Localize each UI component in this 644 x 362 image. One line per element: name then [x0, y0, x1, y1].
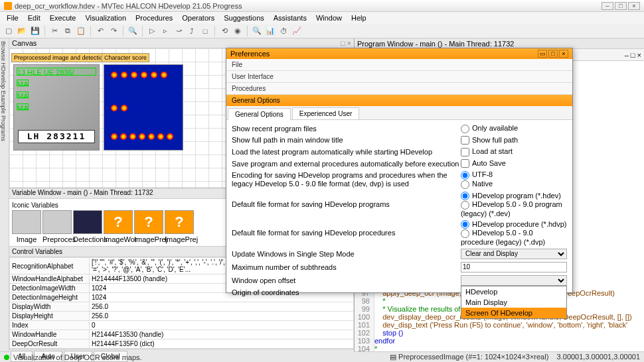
menu-procedures[interactable]: Procedures: [131, 13, 177, 23]
license-plate: LH 283211: [18, 130, 95, 143]
reset-icon[interactable]: ⟲: [218, 25, 230, 37]
step-icon[interactable]: ▹: [159, 25, 171, 37]
step-over-icon[interactable]: ⤻: [173, 25, 185, 37]
hist-icon[interactable]: 📈: [291, 25, 303, 37]
prefs-sec-proc[interactable]: Procedures: [226, 83, 572, 95]
open-icon[interactable]: 📂: [16, 25, 28, 37]
opt-defprog-b[interactable]: HDevelop 5.0 - 9.0 program (legacy) (*.d…: [461, 200, 562, 217]
new-icon[interactable]: ▢: [3, 25, 15, 37]
minimize-button[interactable]: –: [602, 2, 613, 10]
thumb-ImagePrej[interactable]: ?ImagePrej: [134, 210, 163, 243]
menu-suggestions[interactable]: Suggestions: [220, 13, 268, 23]
redo-icon[interactable]: ↷: [108, 25, 120, 37]
table-row[interactable]: DisplayWidth256.0: [10, 302, 354, 312]
opt-defproc-a[interactable]: HDevelop procedure (*.hdvp): [461, 220, 566, 228]
menu-visualization[interactable]: Visualization: [81, 13, 130, 23]
opt-fullpath-label: Show full path in main window title: [232, 136, 461, 144]
status-dot: [4, 355, 9, 360]
chart-icon[interactable]: 📊: [264, 25, 276, 37]
opt-autoload-label: Load the latest program automatically wh…: [232, 148, 461, 156]
menu-help[interactable]: Help: [347, 13, 370, 23]
save-icon[interactable]: 💾: [29, 25, 41, 37]
stop-icon[interactable]: □: [199, 25, 211, 37]
menu-file[interactable]: File: [3, 13, 23, 23]
menu-execute[interactable]: Execute: [46, 13, 80, 23]
menu-operators[interactable]: Operators: [178, 13, 218, 23]
prefs-tab-general[interactable]: General Options: [228, 108, 291, 120]
window-titlebar: deep_ocr_workflow.hdev - MVTec HALCON HD…: [0, 0, 644, 12]
opt-defproc-label: Default file format for saving HDevelop …: [232, 229, 461, 237]
prof-icon[interactable]: ⏱: [278, 25, 289, 37]
prefs-max-icon[interactable]: □: [548, 50, 558, 58]
prefs-sec-ui[interactable]: User Interface: [226, 71, 572, 83]
detection-box: 13 HLE UE 2836/: [17, 68, 96, 76]
opt-winoff-label: Window open offset: [232, 276, 461, 284]
opt-autosave-cb[interactable]: Auto Save: [461, 159, 506, 167]
run-icon[interactable]: ▷: [146, 25, 158, 37]
opt-enc-utf8[interactable]: UTF-8: [461, 170, 493, 178]
menu-window[interactable]: Window: [312, 13, 346, 23]
opt-winoff-select[interactable]: [461, 275, 567, 286]
find-icon[interactable]: 🔍: [127, 25, 139, 37]
close-button[interactable]: ×: [628, 2, 640, 10]
side-tab-examples[interactable]: Browse HDevelop Example Programs: [0, 38, 9, 351]
paste-icon[interactable]: 📋: [75, 25, 87, 37]
opt-update-label: Update Windows in Single Step Mode: [232, 250, 461, 258]
thumb-Preproces[interactable]: Preproces: [42, 210, 72, 243]
thumb-Image[interactable]: Image: [12, 210, 41, 243]
dropdown-item[interactable]: Main Display: [461, 297, 566, 308]
thumb-ImagePrej[interactable]: ?ImagePrej: [165, 210, 194, 243]
opt-autoload-cb[interactable]: Load at start: [461, 147, 513, 155]
table-row[interactable]: WindowHandleH21444F13530 (handle): [10, 330, 354, 339]
img2-label: Character score: [102, 53, 149, 62]
menubar: File Edit Execute Visualization Procedur…: [0, 12, 644, 24]
detection-box: MA: [17, 103, 29, 110]
table-row[interactable]: Index0: [10, 321, 354, 330]
prefs-close-icon[interactable]: ×: [559, 50, 568, 58]
opt-maxsub-input[interactable]: [461, 262, 567, 272]
undo-icon[interactable]: ↶: [94, 25, 106, 37]
opt-autosave-label: Save program and external procedures aut…: [232, 160, 461, 168]
opt-enc-native[interactable]: Native: [461, 180, 493, 188]
cut-icon[interactable]: ✂: [48, 25, 60, 37]
table-row[interactable]: DisplayHeight256.0: [10, 312, 354, 321]
preferences-dialog: Preferences ▭ □ × File User Interface Pr…: [226, 48, 573, 293]
close-icon[interactable]: – □ ×: [625, 51, 641, 59]
prefs-tab-experienced[interactable]: Experienced User: [292, 107, 359, 119]
canvas-header: Canvas □ ×: [9, 38, 354, 48]
prefs-min-icon[interactable]: ▭: [538, 50, 547, 58]
copy-icon[interactable]: ⧉: [62, 25, 74, 37]
thumb-Detections[interactable]: Detections: [73, 210, 102, 243]
window-title: deep_ocr_workflow.hdev - MVTec HALCON HD…: [15, 2, 242, 10]
opt-defprog-a[interactable]: HDevelop program (*.hdev): [461, 192, 561, 200]
step-out-icon[interactable]: ⤴: [186, 25, 198, 37]
prefs-sec-file[interactable]: File: [226, 59, 572, 71]
opt-recent-only[interactable]: Only available: [461, 124, 518, 132]
opt-fullpath-cb[interactable]: Show full path: [461, 136, 518, 144]
status-coords: 3.00001,3.00001,3.00001: [557, 353, 640, 361]
dropdown-item[interactable]: HDevelop: [461, 286, 566, 297]
winoff-dropdown: HDevelop Main Display Screen Of HDevelop: [461, 286, 567, 319]
status-text: Visualization of Deep OCR score maps.: [13, 353, 142, 361]
opt-defproc-b[interactable]: HDevelop 5.0 - 9.0 procedure (legacy) (*…: [461, 229, 545, 246]
status-preproc: ▤ PreprocessedImage (#=1: 1024×1024×3×re…: [390, 353, 548, 361]
prefs-titlebar[interactable]: Preferences ▭ □ ×: [226, 48, 572, 59]
canvas-close-icon[interactable]: □ ×: [341, 39, 351, 47]
break-icon[interactable]: ◉: [232, 25, 244, 37]
opt-update-select[interactable]: Clear and Display: [461, 249, 567, 259]
canvas-title: Canvas: [12, 39, 37, 47]
prefs-title: Preferences: [230, 50, 270, 58]
score-image[interactable]: Character score: [104, 64, 183, 151]
menu-edit[interactable]: Edit: [24, 13, 44, 23]
zoom-icon[interactable]: 🔍: [251, 25, 263, 37]
toolbar: ▢ 📂 💾 ✂ ⧉ 📋 ↶ ↷ 🔍 ▷ ▹ ⤻ ⤴ □ ⟲ ◉ 🔍 📊 ⏱ 📈: [0, 24, 644, 38]
prefs-sec-general[interactable]: General Options: [226, 95, 572, 106]
opt-encoding-label: Encoding for saving HDevelop programs an…: [232, 171, 461, 188]
maximize-button[interactable]: □: [615, 2, 627, 10]
menu-assistants[interactable]: Assistants: [270, 13, 311, 23]
preprocessed-image[interactable]: Preprocessed image and detections 13 HLE…: [13, 64, 100, 151]
detection-box: MA: [17, 80, 29, 86]
dropdown-item-selected[interactable]: Screen Of HDevelop: [461, 308, 566, 318]
thumb-ImageWor[interactable]: ?ImageWor: [104, 210, 133, 243]
table-row[interactable]: DeepOcrResultH21444F135F0 (dict): [10, 339, 354, 349]
